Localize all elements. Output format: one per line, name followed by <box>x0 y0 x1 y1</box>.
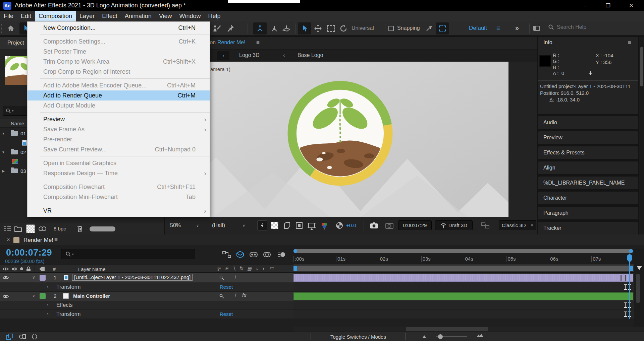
scrollbar-track[interactable] <box>293 249 633 253</box>
layer-row-2[interactable]: ∨ 2 Main Controller / fx <box>0 292 293 301</box>
menu-item[interactable]: Responsive Design — Time › <box>28 168 210 178</box>
timeline-active-tab[interactable]: Render Me! <box>23 237 53 244</box>
switch-column-icon[interactable]: ▦ <box>247 266 252 271</box>
home-icon[interactable] <box>7 24 15 32</box>
menubar-item[interactable]: Help <box>205 11 224 21</box>
menu-item[interactable] <box>28 33 210 37</box>
switch-column-icon[interactable]: ╲ <box>233 266 235 271</box>
eye-icon[interactable] <box>3 267 9 271</box>
sidebar-panel-header[interactable]: Audio <box>538 116 638 129</box>
row-chevron-icon[interactable]: ▶ <box>0 169 7 173</box>
channel-rgb-icon[interactable] <box>320 221 328 229</box>
viewer-active-tab[interactable]: Render Me! <box>217 40 246 46</box>
selection-tool-active[interactable] <box>298 22 311 35</box>
composition-canvas[interactable]: amera 1) <box>172 62 508 217</box>
sidebar-panel-header[interactable]: Tracker <box>538 222 638 234</box>
project-search-field[interactable]: ▾ <box>3 106 28 116</box>
bit-depth-label[interactable]: 8 bpc <box>54 226 66 231</box>
parent-none-label[interactable]: / <box>235 274 236 280</box>
menu-item[interactable]: Save Frame As › <box>28 124 210 134</box>
gizmo-rotation-tool[interactable] <box>282 25 291 32</box>
menu-item[interactable]: Composition Flowchart Ctrl+Shift+F11 <box>28 182 210 192</box>
transform-group-row-2[interactable]: › Transform Reset <box>0 310 293 319</box>
scrollbar-right-cap[interactable] <box>629 249 633 253</box>
layer-color-swatch[interactable] <box>40 293 46 299</box>
menu-item[interactable]: Add to Render Queue Ctrl+M <box>28 90 210 100</box>
timeline-search-field[interactable]: ▾ <box>61 249 195 259</box>
search-help-field[interactable] <box>548 24 607 30</box>
layer-color-swatch[interactable] <box>40 275 46 281</box>
shy-layers-icon[interactable] <box>249 251 258 259</box>
playhead-point[interactable] <box>627 260 632 263</box>
current-time-indicator-line[interactable] <box>629 254 630 319</box>
resolution-dropdown[interactable]: (Half) ∨ <box>209 221 253 230</box>
workspace-label[interactable]: Default <box>469 25 487 31</box>
info-panel-title[interactable]: Info <box>543 40 552 46</box>
switch-column-icon[interactable]: ◎ <box>216 266 220 271</box>
menu-item[interactable]: Save Current Preview... Ctrl+Numpad 0 <box>28 144 210 154</box>
restore-button[interactable]: ❐ <box>600 0 616 11</box>
layer-2-duration-bar[interactable] <box>293 292 633 300</box>
view-layout-icon[interactable] <box>481 222 490 229</box>
puppet-pin-tool[interactable] <box>226 24 234 33</box>
effects-track[interactable] <box>293 301 634 310</box>
switch-column-icon[interactable]: ◻ <box>269 266 273 271</box>
sidebar-panel-header[interactable]: Align <box>538 161 638 174</box>
menu-item[interactable] <box>28 111 210 114</box>
gizmo-position-tool[interactable] <box>270 24 279 32</box>
scrollbar-thumb[interactable] <box>636 274 640 303</box>
scrollbar-left-cap[interactable] <box>293 249 297 253</box>
graph-h-scrollbar[interactable] <box>293 327 644 332</box>
menu-item[interactable]: Set Poster Time <box>28 47 210 57</box>
workspace-switcher-icon[interactable] <box>533 26 540 31</box>
search-help-input[interactable] <box>557 24 607 30</box>
breadcrumb-comp-logo3d[interactable]: Logo 3D <box>239 52 260 58</box>
transform-1-track[interactable] <box>293 282 634 292</box>
snap-bounding-box-toggle[interactable] <box>436 22 449 35</box>
layer-2-track[interactable] <box>293 292 634 301</box>
gizmo-universal-active[interactable] <box>253 22 267 35</box>
keyframe-ibeam[interactable] <box>624 312 627 317</box>
draft3d-toggle-icon[interactable] <box>235 251 245 259</box>
sidebar-panel-header[interactable]: %DL_LIBRARIES_PANEL_NAME <box>538 177 638 189</box>
show-snapshot-icon[interactable] <box>385 221 394 229</box>
sidebar-scrollbar[interactable] <box>639 37 644 234</box>
menu-item[interactable]: Crop Comp to Region of Interest <box>28 67 210 77</box>
toggle-switches-modes-button[interactable]: Toggle Switches / Modes <box>311 333 406 340</box>
expand-chevron[interactable]: ∨ <box>32 293 35 298</box>
menubar-item[interactable]: View <box>155 11 176 21</box>
timeline-v-scrollbar[interactable] <box>634 249 644 332</box>
transform-2-track[interactable] <box>293 310 634 319</box>
collapse-chevron[interactable]: › <box>47 311 49 317</box>
eye-icon[interactable] <box>3 294 9 298</box>
viewer-tab-menu-icon[interactable]: ≡ <box>256 39 260 46</box>
menu-item[interactable]: Trim Comp to Work Area Ctrl+Shift+X <box>28 57 210 67</box>
in-out-panes-icon[interactable] <box>19 333 26 340</box>
row-chevron-icon[interactable]: ▼ <box>0 150 7 154</box>
scrollbar-thumb[interactable] <box>640 47 643 86</box>
minimize-button[interactable]: – <box>577 0 593 11</box>
row-chevron-icon[interactable]: ▼ <box>0 132 7 135</box>
close-button[interactable]: ✕ <box>623 0 639 11</box>
layer-name-column-label[interactable]: Layer Name <box>78 266 106 272</box>
transform-group-label[interactable]: Transform <box>56 311 80 317</box>
menubar-item[interactable]: Effect <box>98 11 121 21</box>
viewer-timecode-box[interactable]: 0:00:07:29 <box>398 220 432 230</box>
audio-icon[interactable] <box>11 266 17 272</box>
list-view-icon[interactable] <box>3 225 11 232</box>
collapse-chevron[interactable]: › <box>47 284 49 289</box>
zoom-in-mountain-icon[interactable] <box>476 334 484 337</box>
transfer-controls-icon[interactable] <box>31 333 38 340</box>
scrollbar-thumb[interactable] <box>406 327 488 331</box>
info-panel-menu-icon[interactable]: ≡ <box>628 39 631 46</box>
sidebar-panel-header[interactable]: Character <box>538 192 638 204</box>
effects-group-row[interactable]: › Effects <box>0 301 293 310</box>
menu-item[interactable]: Pre-render... <box>28 134 210 144</box>
snapshot-camera-icon[interactable] <box>370 221 378 229</box>
menubar-item[interactable]: Composition <box>35 11 76 21</box>
fast-previews-button[interactable] <box>257 220 267 230</box>
reset-link[interactable]: Reset <box>220 284 233 290</box>
magnification-dropdown[interactable]: 50% ∨ <box>167 221 202 230</box>
parent-pickwhip-icon[interactable] <box>219 293 224 299</box>
rotation-tool[interactable] <box>339 24 347 32</box>
